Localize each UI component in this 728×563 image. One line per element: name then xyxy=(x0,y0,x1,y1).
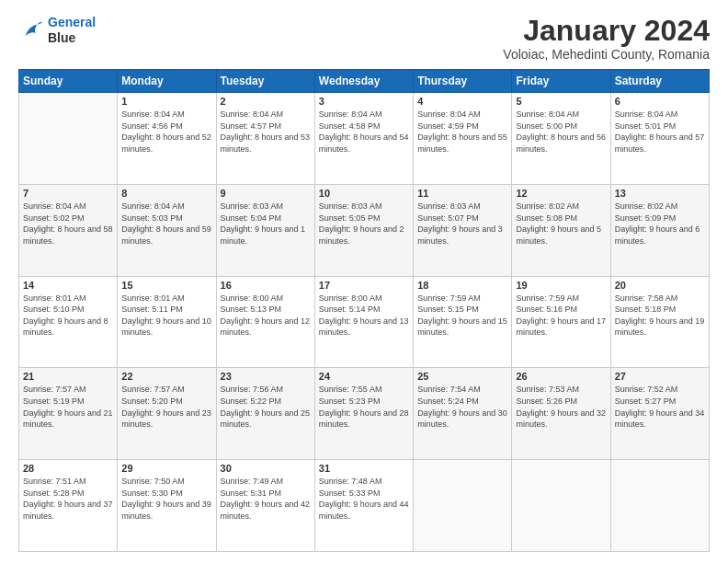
day-number: 25 xyxy=(417,371,507,382)
table-row: 25Sunrise: 7:54 AMSunset: 5:24 PMDayligh… xyxy=(414,368,512,460)
table-row: 6Sunrise: 8:04 AMSunset: 5:01 PMDaylight… xyxy=(610,93,709,185)
day-info: Sunrise: 7:49 AMSunset: 5:31 PMDaylight:… xyxy=(221,476,311,522)
day-info: Sunrise: 8:01 AMSunset: 5:11 PMDaylight:… xyxy=(121,293,211,339)
day-number: 7 xyxy=(23,188,113,199)
day-info: Sunrise: 7:57 AMSunset: 5:19 PMDaylight:… xyxy=(23,384,113,430)
day-number: 22 xyxy=(121,371,211,382)
header-monday: Monday xyxy=(118,70,216,93)
day-info: Sunrise: 7:59 AMSunset: 5:16 PMDaylight:… xyxy=(516,293,606,339)
logo-text: General Blue xyxy=(48,15,96,46)
table-row: 2Sunrise: 8:04 AMSunset: 4:57 PMDaylight… xyxy=(216,93,314,185)
day-info: Sunrise: 8:03 AMSunset: 5:05 PMDaylight:… xyxy=(319,201,409,247)
header-saturday: Saturday xyxy=(610,70,709,93)
day-info: Sunrise: 7:52 AMSunset: 5:27 PMDaylight:… xyxy=(615,384,705,430)
day-number: 14 xyxy=(23,280,113,291)
day-number: 29 xyxy=(121,463,211,474)
table-row: 5Sunrise: 8:04 AMSunset: 5:00 PMDaylight… xyxy=(512,93,610,185)
table-row: 24Sunrise: 7:55 AMSunset: 5:23 PMDayligh… xyxy=(314,368,413,460)
day-number: 19 xyxy=(516,280,606,291)
day-info: Sunrise: 7:54 AMSunset: 5:24 PMDaylight:… xyxy=(417,384,507,430)
table-row: 27Sunrise: 7:52 AMSunset: 5:27 PMDayligh… xyxy=(610,368,709,460)
day-number: 30 xyxy=(221,463,311,474)
page: General Blue January 2024 Voloiac, Mehed… xyxy=(0,0,728,563)
day-number: 15 xyxy=(121,280,211,291)
table-row xyxy=(610,460,709,552)
day-number: 11 xyxy=(417,188,507,199)
day-info: Sunrise: 8:03 AMSunset: 5:07 PMDaylight:… xyxy=(417,201,507,247)
table-row xyxy=(414,460,512,552)
table-row: 18Sunrise: 7:59 AMSunset: 5:15 PMDayligh… xyxy=(414,276,512,368)
table-row: 15Sunrise: 8:01 AMSunset: 5:11 PMDayligh… xyxy=(118,276,216,368)
logo: General Blue xyxy=(18,15,96,46)
day-info: Sunrise: 7:56 AMSunset: 5:22 PMDaylight:… xyxy=(221,384,311,430)
table-row xyxy=(512,460,610,552)
logo-icon xyxy=(18,17,44,43)
day-number: 13 xyxy=(615,188,705,199)
header-tuesday: Tuesday xyxy=(216,70,314,93)
calendar-header-row: Sunday Monday Tuesday Wednesday Thursday… xyxy=(19,70,710,93)
day-number: 16 xyxy=(221,280,311,291)
header-thursday: Thursday xyxy=(414,70,512,93)
day-number: 20 xyxy=(615,280,705,291)
day-info: Sunrise: 8:04 AMSunset: 5:02 PMDaylight:… xyxy=(23,201,113,247)
table-row: 4Sunrise: 8:04 AMSunset: 4:59 PMDaylight… xyxy=(414,93,512,185)
day-info: Sunrise: 8:04 AMSunset: 4:56 PMDaylight:… xyxy=(121,109,211,155)
table-row xyxy=(19,93,118,185)
day-number: 6 xyxy=(615,96,705,107)
calendar-week-row: 1Sunrise: 8:04 AMSunset: 4:56 PMDaylight… xyxy=(19,93,710,185)
day-info: Sunrise: 7:57 AMSunset: 5:20 PMDaylight:… xyxy=(121,384,211,430)
table-row: 9Sunrise: 8:03 AMSunset: 5:04 PMDaylight… xyxy=(216,184,314,276)
day-info: Sunrise: 8:00 AMSunset: 5:14 PMDaylight:… xyxy=(319,293,409,339)
day-info: Sunrise: 8:04 AMSunset: 4:59 PMDaylight:… xyxy=(417,109,507,155)
day-info: Sunrise: 7:51 AMSunset: 5:28 PMDaylight:… xyxy=(23,476,113,522)
day-number: 27 xyxy=(615,371,705,382)
header-friday: Friday xyxy=(512,70,610,93)
table-row: 19Sunrise: 7:59 AMSunset: 5:16 PMDayligh… xyxy=(512,276,610,368)
calendar-week-row: 21Sunrise: 7:57 AMSunset: 5:19 PMDayligh… xyxy=(19,368,710,460)
day-number: 3 xyxy=(319,96,409,107)
day-info: Sunrise: 8:03 AMSunset: 5:04 PMDaylight:… xyxy=(221,201,311,247)
table-row: 21Sunrise: 7:57 AMSunset: 5:19 PMDayligh… xyxy=(19,368,118,460)
table-row: 7Sunrise: 8:04 AMSunset: 5:02 PMDaylight… xyxy=(19,184,118,276)
month-title: January 2024 xyxy=(503,15,710,47)
title-block: January 2024 Voloiac, Mehedinti County, … xyxy=(503,15,710,62)
day-number: 23 xyxy=(221,371,311,382)
table-row: 11Sunrise: 8:03 AMSunset: 5:07 PMDayligh… xyxy=(414,184,512,276)
table-row: 23Sunrise: 7:56 AMSunset: 5:22 PMDayligh… xyxy=(216,368,314,460)
day-info: Sunrise: 8:04 AMSunset: 4:58 PMDaylight:… xyxy=(319,109,409,155)
table-row: 30Sunrise: 7:49 AMSunset: 5:31 PMDayligh… xyxy=(216,460,314,552)
table-row: 3Sunrise: 8:04 AMSunset: 4:58 PMDaylight… xyxy=(314,93,413,185)
table-row: 20Sunrise: 7:58 AMSunset: 5:18 PMDayligh… xyxy=(610,276,709,368)
day-number: 26 xyxy=(516,371,606,382)
table-row: 28Sunrise: 7:51 AMSunset: 5:28 PMDayligh… xyxy=(19,460,118,552)
calendar-week-row: 7Sunrise: 8:04 AMSunset: 5:02 PMDaylight… xyxy=(19,184,710,276)
day-info: Sunrise: 7:50 AMSunset: 5:30 PMDaylight:… xyxy=(121,476,211,522)
day-number: 9 xyxy=(221,188,311,199)
table-row: 26Sunrise: 7:53 AMSunset: 5:26 PMDayligh… xyxy=(512,368,610,460)
day-number: 8 xyxy=(121,188,211,199)
day-info: Sunrise: 7:58 AMSunset: 5:18 PMDaylight:… xyxy=(615,293,705,339)
day-info: Sunrise: 8:04 AMSunset: 4:57 PMDaylight:… xyxy=(221,109,311,155)
day-number: 28 xyxy=(23,463,113,474)
day-info: Sunrise: 8:04 AMSunset: 5:03 PMDaylight:… xyxy=(121,201,211,247)
day-info: Sunrise: 7:53 AMSunset: 5:26 PMDaylight:… xyxy=(516,384,606,430)
day-info: Sunrise: 8:02 AMSunset: 5:08 PMDaylight:… xyxy=(516,201,606,247)
day-info: Sunrise: 7:55 AMSunset: 5:23 PMDaylight:… xyxy=(319,384,409,430)
day-number: 10 xyxy=(319,188,409,199)
calendar-week-row: 28Sunrise: 7:51 AMSunset: 5:28 PMDayligh… xyxy=(19,460,710,552)
calendar-table: Sunday Monday Tuesday Wednesday Thursday… xyxy=(18,69,710,552)
calendar-week-row: 14Sunrise: 8:01 AMSunset: 5:10 PMDayligh… xyxy=(19,276,710,368)
day-number: 12 xyxy=(516,188,606,199)
day-info: Sunrise: 8:04 AMSunset: 5:01 PMDaylight:… xyxy=(615,109,705,155)
table-row: 10Sunrise: 8:03 AMSunset: 5:05 PMDayligh… xyxy=(314,184,413,276)
day-info: Sunrise: 8:02 AMSunset: 5:09 PMDaylight:… xyxy=(615,201,705,247)
table-row: 14Sunrise: 8:01 AMSunset: 5:10 PMDayligh… xyxy=(19,276,118,368)
table-row: 8Sunrise: 8:04 AMSunset: 5:03 PMDaylight… xyxy=(118,184,216,276)
header-wednesday: Wednesday xyxy=(314,70,413,93)
day-number: 17 xyxy=(319,280,409,291)
table-row: 29Sunrise: 7:50 AMSunset: 5:30 PMDayligh… xyxy=(118,460,216,552)
table-row: 22Sunrise: 7:57 AMSunset: 5:20 PMDayligh… xyxy=(118,368,216,460)
day-number: 21 xyxy=(23,371,113,382)
header: General Blue January 2024 Voloiac, Mehed… xyxy=(18,15,710,62)
day-info: Sunrise: 8:00 AMSunset: 5:13 PMDaylight:… xyxy=(221,293,311,339)
